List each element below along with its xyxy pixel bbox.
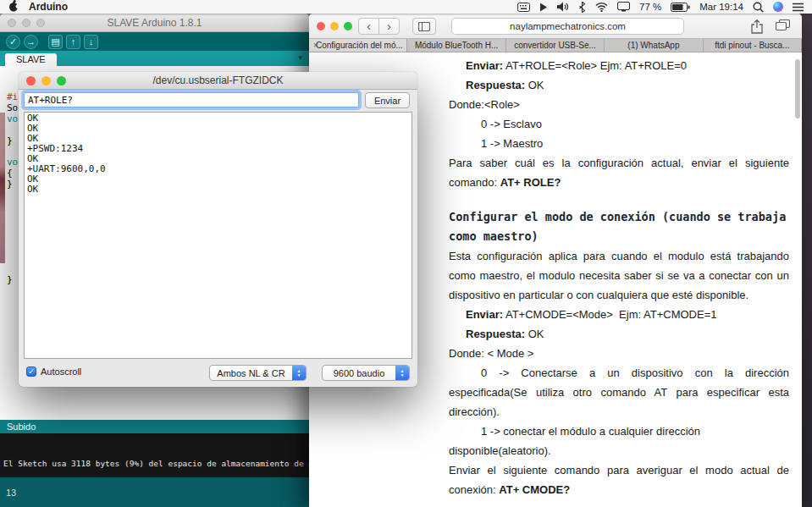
- code-fragment: }: [7, 274, 13, 285]
- article: Enviar: AT+ROLE=<Role> Ejm: AT+ROLE=0 Re…: [449, 52, 789, 507]
- battery-menu[interactable]: [671, 3, 690, 12]
- address-url: naylampmechatronics.com: [510, 21, 626, 31]
- apple-menu[interactable]: [8, 0, 19, 14]
- wifi-icon: [595, 3, 608, 12]
- tab-whatsapp[interactable]: (1) WhatsApp: [605, 39, 703, 52]
- tab-overview-icon: [776, 19, 790, 31]
- tab-menu-button[interactable]: ▾: [298, 53, 302, 62]
- paragraph: Donde: < Mode >: [449, 344, 789, 363]
- close-icon[interactable]: ×: [313, 39, 318, 52]
- serial-monitor-title-bar: /dev/cu.usbserial-FTGZIDCK: [19, 72, 417, 90]
- serial-command-input[interactable]: [24, 92, 359, 107]
- sidebar-button[interactable]: [412, 18, 436, 35]
- close-button[interactable]: [26, 76, 36, 85]
- tab-label: (1) WhatsApp: [627, 41, 679, 50]
- spotlight-menu[interactable]: [753, 2, 764, 13]
- scrollbar[interactable]: [795, 59, 800, 118]
- address-bar[interactable]: naylampmechatronics.com: [451, 18, 684, 35]
- desktop-wallpaper-sliver: [0, 113, 5, 263]
- display-icon: [617, 2, 630, 12]
- share-button[interactable]: [751, 19, 763, 37]
- keyboard-icon: [517, 3, 530, 12]
- popup-arrows-icon: ▲▼: [292, 366, 306, 380]
- serial-output-line: OK: [27, 174, 409, 185]
- forward-button[interactable]: ›: [378, 18, 400, 35]
- popup-arrows-icon: ▲▼: [395, 366, 409, 380]
- active-app-menu[interactable]: Arduino: [29, 1, 68, 13]
- serial-output-line: OK: [27, 113, 409, 124]
- code-fragment: {: [7, 168, 13, 179]
- autoscroll-label: Autoscroll: [41, 366, 81, 377]
- notification-center-menu[interactable]: [793, 3, 804, 12]
- arduino-title-bar: SLAVE Arduino 1.8.1: [0, 14, 309, 32]
- paragraph: Para saber cuál es la configuración actu…: [449, 153, 789, 192]
- sketch-tab[interactable]: SLAVE: [5, 53, 57, 66]
- menu-bar-clock[interactable]: Mar 19:14: [699, 2, 743, 12]
- bluetooth-icon: [578, 2, 586, 13]
- open-button[interactable]: ↑: [66, 35, 80, 49]
- volume-menu[interactable]: [557, 2, 569, 12]
- section-heading: Configurar el modo de conexión (cuando s…: [449, 207, 789, 246]
- volume-icon: [557, 2, 569, 12]
- serial-monitor-window: /dev/cu.usbserial-FTGZIDCK Enviar OK OK …: [19, 72, 417, 387]
- input-source-menu[interactable]: [517, 3, 530, 12]
- new-sketch-button[interactable]: ▤: [48, 35, 63, 49]
- verify-button[interactable]: ✓: [6, 35, 20, 49]
- line-ending-value: Ambos NL & CR: [210, 368, 292, 378]
- list-item: 0 -> Esclavo: [449, 114, 789, 134]
- desktop: Arduino: [0, 0, 812, 507]
- arrow-up-icon: ↑: [71, 37, 76, 47]
- tab-overview-button[interactable]: [776, 19, 790, 35]
- spotlight-search-icon: [753, 2, 764, 13]
- zoom-button[interactable]: [57, 76, 66, 85]
- wifi-menu[interactable]: [595, 3, 608, 12]
- save-button[interactable]: ↓: [84, 35, 98, 49]
- siri-icon[interactable]: [773, 2, 783, 12]
- serial-output-line: OK: [27, 185, 409, 195]
- checkbox-check-icon: ✓: [26, 366, 36, 377]
- tab-modulo-bluetooth[interactable]: Módulo BlueTooth H...: [407, 39, 505, 52]
- tab-convertidor-usb[interactable]: convertidor USB-Se...: [506, 39, 605, 52]
- code-fragment: vo: [7, 157, 18, 168]
- serial-output-line: +UART:9600,0,0: [27, 164, 409, 174]
- upload-status-bar: Subido: [0, 420, 309, 433]
- battery-icon: [671, 3, 690, 12]
- console-line: El Sketch usa 3118 bytes (9%) del espaci…: [3, 458, 309, 469]
- minimize-button[interactable]: [330, 22, 339, 30]
- send-button[interactable]: Enviar: [365, 92, 410, 108]
- display-menu[interactable]: [617, 2, 630, 12]
- browser-toolbar: ‹ › naylampmechatronics.com: [309, 14, 802, 39]
- close-button[interactable]: [317, 22, 325, 30]
- minimize-button[interactable]: [41, 76, 51, 85]
- arduino-tab-bar: SLAVE ▾: [0, 51, 309, 66]
- tab-label: Módulo BlueTooth H...: [415, 41, 498, 50]
- tab-ftdi-pinout[interactable]: ftdi pinout - Busca...: [704, 39, 802, 52]
- baud-rate-select[interactable]: 9600 baudio ▲▼: [322, 365, 410, 381]
- bluetooth-menu[interactable]: [578, 2, 586, 13]
- tab-label: ftdi pinout - Busca...: [715, 41, 789, 50]
- autoscroll-checkbox[interactable]: ✓ Autoscroll: [26, 366, 81, 377]
- playback-menu[interactable]: [539, 3, 548, 12]
- arduino-window-controls[interactable]: [8, 19, 45, 27]
- tab-configuracion-modulo[interactable]: × Configuración del mó...: [309, 39, 407, 52]
- browser-window-controls: [317, 22, 352, 30]
- baud-rate-value: 9600 baudio: [323, 368, 395, 378]
- upload-button[interactable]: →: [24, 35, 38, 49]
- upload-status-message: Subido: [7, 422, 36, 432]
- serial-window-controls: [26, 76, 66, 85]
- check-icon: ✓: [9, 37, 17, 47]
- code-fragment: }: [7, 135, 13, 146]
- tab-label: convertidor USB-Se...: [514, 41, 596, 50]
- chevron-down-icon: ▾: [298, 53, 302, 62]
- chevron-right-icon: ›: [387, 19, 391, 33]
- paragraph: Esta configuración aplica para cuando el…: [449, 246, 789, 305]
- serial-monitor-title: /dev/cu.usbserial-FTGZIDCK: [152, 74, 283, 86]
- sidebar-icon: [418, 22, 430, 31]
- line-ending-select[interactable]: Ambos NL & CR ▲▼: [209, 365, 307, 381]
- back-button[interactable]: ‹: [358, 18, 379, 35]
- zoom-button[interactable]: [344, 22, 352, 30]
- notification-center-icon: [793, 3, 804, 12]
- arrow-right-icon: →: [26, 37, 36, 47]
- paragraph: Donde:<Role>: [449, 95, 789, 114]
- chevron-left-icon: ‹: [367, 19, 371, 33]
